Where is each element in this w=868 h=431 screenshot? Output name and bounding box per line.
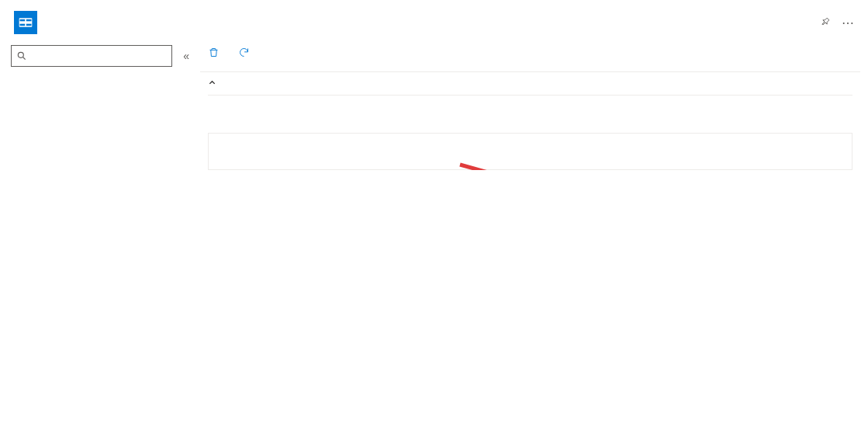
refresh-button[interactable] (238, 47, 254, 58)
toolbar (200, 40, 860, 71)
svg-rect-4 (26, 24, 32, 26)
search-icon (16, 50, 27, 61)
pin-icon[interactable] (819, 16, 831, 30)
delete-button[interactable] (208, 47, 224, 58)
chevron-up-icon (208, 78, 216, 87)
svg-rect-2 (26, 19, 32, 21)
sidebar: « (0, 40, 200, 170)
collapse-sidebar-icon[interactable]: « (180, 50, 192, 62)
svg-rect-3 (20, 24, 26, 26)
essentials-toggle[interactable] (208, 78, 852, 96)
svg-rect-1 (20, 19, 26, 21)
svg-point-5 (18, 52, 23, 57)
trash-icon (208, 47, 220, 58)
refresh-icon (238, 47, 250, 58)
sidebar-search-input[interactable] (32, 50, 167, 62)
page-header: ⋯ (0, 0, 868, 40)
sidebar-search[interactable] (11, 45, 172, 67)
message-counts-card (208, 133, 852, 170)
resource-icon (14, 11, 37, 34)
metrics-strip (200, 96, 860, 111)
svg-line-6 (23, 57, 26, 60)
more-icon[interactable]: ⋯ (842, 16, 854, 30)
essentials-panel (200, 71, 860, 96)
